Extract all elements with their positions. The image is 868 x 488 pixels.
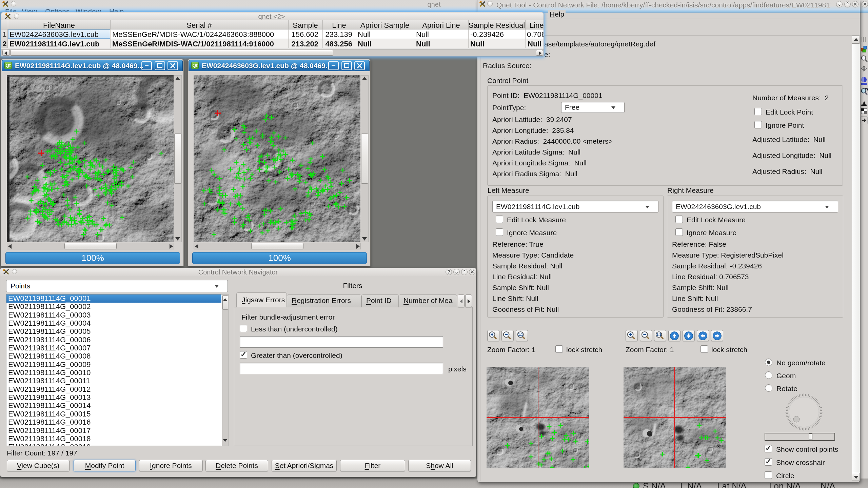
- svg-text:1:1: 1:1: [518, 333, 523, 337]
- svg-text:1:1: 1:1: [656, 333, 662, 337]
